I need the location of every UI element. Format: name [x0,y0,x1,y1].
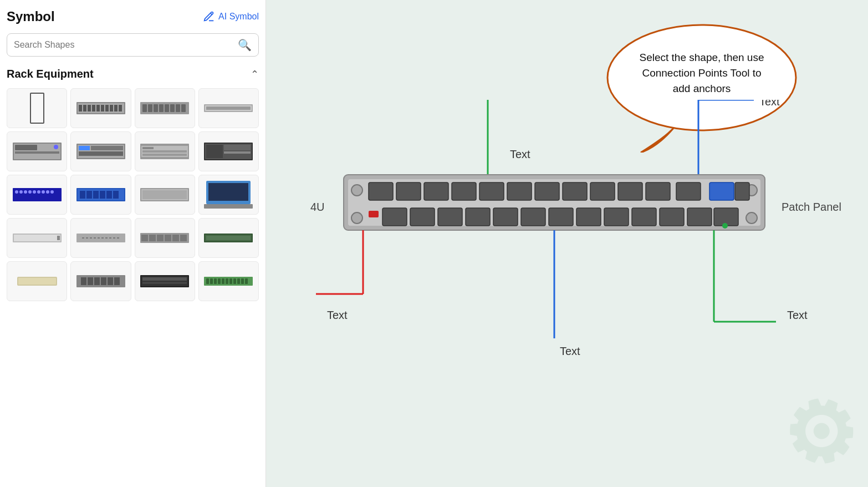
svg-rect-54 [50,190,54,194]
text-label-top-right: Text [759,100,780,108]
svg-text:Connection Points Tool to: Connection Points Tool to [642,67,761,79]
svg-rect-101 [218,278,221,284]
search-icon: 🔍 [238,39,252,51]
svg-rect-80 [180,235,187,241]
text-label-bottom-left: Text [327,309,348,321]
svg-rect-92 [114,277,120,285]
svg-rect-85 [18,278,56,285]
shapes-grid [7,88,259,301]
shape-item[interactable] [70,88,131,128]
svg-rect-43 [224,145,251,150]
canvas: Select the shape, then use Connection Po… [266,0,868,487]
svg-rect-46 [15,190,18,194]
shape-item[interactable] [135,131,195,171]
svg-rect-70 [14,235,60,241]
svg-rect-102 [222,278,224,284]
svg-rect-148 [687,208,712,226]
svg-rect-37 [142,147,154,149]
svg-rect-100 [214,278,217,284]
shape-item[interactable] [135,218,195,258]
svg-rect-125 [507,182,532,200]
sidebar-header: Symbol AI Symbol [7,9,259,24]
svg-rect-99 [210,278,213,284]
svg-rect-45 [13,188,62,201]
shape-item[interactable] [7,131,67,171]
svg-rect-78 [165,235,171,241]
svg-rect-145 [604,208,629,226]
svg-rect-11 [114,105,118,111]
ai-symbol-icon [203,11,215,23]
svg-rect-21 [181,104,186,112]
text-label-bottom-right: Text [787,309,808,321]
svg-rect-105 [233,278,236,284]
shape-item[interactable] [198,131,259,171]
svg-rect-130 [646,182,670,200]
svg-rect-143 [549,208,573,226]
search-button[interactable]: 🔍 [238,38,252,52]
svg-rect-129 [618,182,642,200]
svg-rect-19 [170,104,175,112]
svg-rect-49 [28,190,32,194]
shape-item[interactable] [70,218,131,258]
label-4u: 4U [310,201,325,213]
shape-item[interactable] [7,175,67,215]
ai-symbol-button[interactable]: AI Symbol [203,11,259,23]
shape-item[interactable] [135,88,195,128]
svg-rect-18 [165,104,169,112]
svg-rect-14 [142,104,147,112]
svg-rect-6 [92,105,95,111]
shape-item[interactable] [198,88,259,128]
collapse-button[interactable]: ⌃ [251,68,259,80]
svg-rect-75 [141,235,148,241]
svg-rect-133 [735,182,749,200]
shape-item[interactable] [70,261,131,301]
shape-item[interactable] [198,218,259,258]
svg-rect-10 [110,105,113,111]
sidebar-title: Symbol [7,9,55,24]
svg-rect-50 [33,190,36,194]
svg-rect-20 [176,104,180,112]
svg-rect-83 [206,236,251,240]
svg-rect-144 [576,208,601,226]
ai-symbol-label: AI Symbol [218,12,259,22]
svg-rect-126 [535,182,559,200]
shape-item[interactable] [7,88,67,128]
svg-rect-38 [142,150,187,153]
svg-rect-59 [93,191,99,199]
svg-rect-68 [208,183,248,201]
svg-rect-58 [86,191,92,199]
shape-item[interactable] [198,175,259,215]
shape-item[interactable] [70,131,131,171]
svg-rect-77 [157,235,164,241]
svg-rect-123 [452,182,476,200]
shape-item[interactable] [7,261,67,301]
patch-panel-group [344,175,765,230]
svg-rect-27 [15,145,37,150]
svg-rect-142 [521,208,545,226]
search-input[interactable] [14,40,238,50]
shape-item[interactable] [7,218,67,258]
svg-rect-8 [101,105,104,111]
shape-item[interactable] [135,261,195,301]
svg-rect-136 [369,211,379,217]
svg-rect-104 [229,278,232,284]
shape-item[interactable] [135,175,195,215]
section-header: Rack Equipment ⌃ [7,68,259,80]
svg-rect-91 [108,277,113,285]
svg-rect-16 [154,104,158,112]
svg-rect-120 [369,182,393,200]
label-patch-panel: Patch Panel [782,201,841,213]
svg-rect-131 [676,182,701,200]
sidebar: Symbol AI Symbol 🔍 Rack Equipment ⌃ [0,0,266,487]
svg-rect-137 [382,208,407,226]
shape-item[interactable] [198,261,259,301]
svg-rect-57 [80,191,85,199]
svg-rect-107 [241,278,244,284]
shape-item[interactable] [70,175,131,215]
svg-rect-5 [88,105,91,111]
svg-rect-76 [149,235,156,241]
svg-rect-108 [245,278,248,284]
svg-rect-67 [204,204,253,209]
svg-rect-79 [172,235,179,241]
svg-rect-141 [493,208,518,226]
